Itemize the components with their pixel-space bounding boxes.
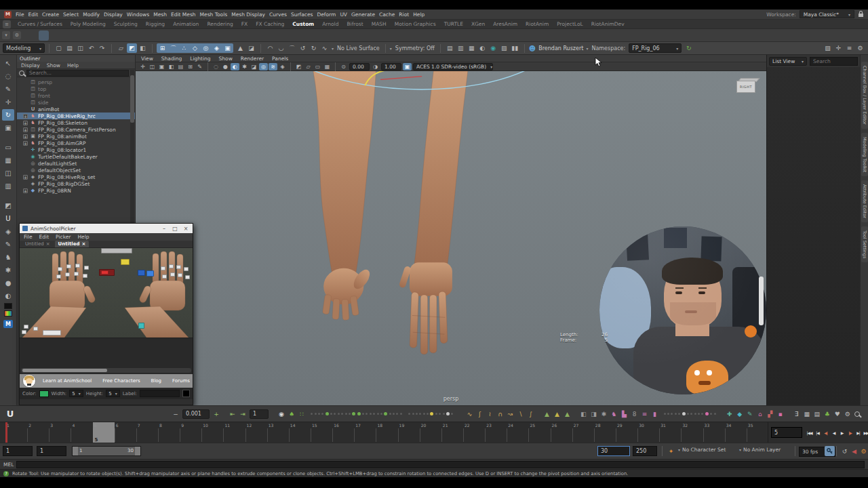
gamma-field[interactable]: 1.00 — [381, 63, 401, 70]
shelf-tab-aresanim[interactable]: AresAnim — [489, 21, 521, 27]
image-plane-icon[interactable]: ▤ — [176, 63, 185, 70]
picker-select-button[interactable] — [162, 274, 167, 279]
new-scene-icon[interactable]: ▢ — [54, 43, 64, 53]
animbot-heart-icon[interactable]: ♥ — [833, 409, 842, 419]
current-frame-indicator[interactable]: 5 — [93, 422, 115, 443]
layout-outliner-persp-icon[interactable]: ▥ — [2, 180, 14, 192]
field-chart-icon[interactable]: ▱ — [304, 63, 313, 70]
shelf-tab-mash[interactable]: MASH — [368, 21, 391, 27]
loop-fwd-icon[interactable]: ↻ — [309, 43, 319, 53]
picker-yellow-button[interactable] — [121, 259, 130, 265]
shelf-tab-projectlol[interactable]: ProjectLoL — [553, 21, 587, 27]
close-button[interactable]: × — [182, 226, 190, 232]
picker-select-button[interactable] — [184, 267, 189, 271]
refresh-icon[interactable]: ↻ — [684, 43, 694, 53]
step-forward-frame-button[interactable]: ▶| — [854, 427, 862, 438]
workspace-dropdown[interactable]: Maya Classic*▾ — [800, 10, 854, 18]
animbot-logo[interactable]: U — [4, 409, 16, 419]
picker-menu-picker[interactable]: Picker — [56, 234, 71, 240]
anim-tool-icon[interactable]: ≡ — [640, 409, 650, 419]
command-line-label[interactable]: MEL — [3, 462, 14, 468]
picker-label-input[interactable] — [140, 390, 180, 397]
viewport-menu-panels[interactable]: Panels — [272, 56, 288, 62]
half-icon[interactable]: ◐ — [2, 290, 14, 302]
shelf-tab-fx-caching[interactable]: FX Caching — [252, 21, 288, 27]
exposure-icon[interactable]: ⊙ — [339, 63, 348, 70]
snap-view-plane-icon[interactable]: ◎ — [201, 43, 211, 53]
menu-generate[interactable]: Generate — [349, 12, 377, 18]
lock-icon[interactable] — [858, 11, 864, 18]
menu-mesh-display[interactable]: Mesh Display — [229, 12, 267, 18]
shelf-tab-custom[interactable]: Custom — [288, 21, 318, 27]
layout-four-pane-icon[interactable]: ▦ — [2, 155, 14, 166]
snap-center-icon[interactable]: ◇ — [190, 43, 200, 53]
textured-icon[interactable]: ◐ — [231, 63, 239, 70]
outliner-item[interactable]: ◎defaultLightSet — [17, 160, 135, 167]
picker-red-bright-button[interactable] — [101, 270, 108, 274]
sidebar-tab-tool-settings[interactable]: Tool Settings — [861, 226, 868, 262]
tween-curve-icon-2[interactable]: ʃ — [475, 409, 485, 419]
expand-icon[interactable]: + — [23, 134, 28, 139]
prev-key-icon[interactable]: ⇤ — [228, 409, 237, 419]
shelf-tab-rendering[interactable]: Rendering — [203, 21, 237, 27]
tween-curve-icon-1[interactable]: ∿ — [465, 409, 475, 419]
step-forward-key-button[interactable]: |▶ — [846, 427, 854, 438]
play-start-field[interactable]: 1 — [37, 446, 66, 456]
picker-select-button[interactable] — [66, 264, 71, 268]
power-icon[interactable]: ◉ — [277, 409, 286, 419]
shelf-tab-motion-graphics[interactable]: Motion Graphics — [391, 21, 440, 27]
outliner-item[interactable]: ◎defaultObjectSet — [17, 167, 135, 174]
picker-select-button[interactable] — [84, 266, 89, 270]
shelf-tab-turtle[interactable]: TURTLE — [440, 21, 467, 27]
shelf-tab-xgen[interactable]: XGen — [467, 21, 489, 27]
menu-display[interactable]: Display — [102, 12, 125, 18]
picker-hscrollbar[interactable] — [21, 368, 191, 373]
snap-grid-icon[interactable]: ⊞ — [157, 43, 167, 53]
outliner-item[interactable]: UanimBot — [17, 106, 135, 113]
color-tool-icon[interactable]: ▪ — [776, 409, 785, 419]
snap-surface-icon[interactable]: ◈ — [212, 43, 222, 53]
shelf-tab-animation[interactable]: Animation — [169, 21, 203, 27]
maya-app-icon[interactable]: M — [4, 11, 12, 18]
colorspace-toggle-icon[interactable]: ▣ — [403, 63, 412, 70]
lights-icon[interactable]: ✱ — [240, 63, 249, 70]
animbot-tool-icon[interactable]: U — [2, 213, 14, 224]
sidebar-channel-icon[interactable]: ≡ — [844, 43, 854, 53]
picker-link-forums[interactable]: Forums — [167, 377, 195, 385]
range-slider[interactable]: 1 30 — [72, 446, 141, 456]
playback-loop-icon[interactable]: ↺ — [840, 446, 850, 456]
viewport-menu-view[interactable]: View — [141, 56, 153, 62]
color-tool-icon[interactable]: ✚ — [725, 409, 734, 419]
picker-tab[interactable]: Untitled× — [55, 241, 90, 247]
outliner-item[interactable]: ◫side — [17, 99, 135, 106]
resolution-gate-icon[interactable]: ▭ — [313, 63, 322, 70]
shelf-tab-sculpting[interactable]: Sculpting — [110, 21, 142, 27]
picker-select-button[interactable] — [185, 275, 190, 279]
grid-icon[interactable]: ∷ — [297, 409, 307, 419]
tween-curve-icon-3[interactable]: ≀ — [486, 409, 495, 419]
snap-point-icon[interactable]: ∴ — [179, 43, 189, 53]
arc-icon[interactable]: ⌒ — [287, 43, 297, 53]
picker-label-button[interactable] — [43, 330, 61, 336]
picker-select-button[interactable] — [22, 330, 26, 334]
sidebar-gear-icon[interactable]: ⚙ — [855, 43, 865, 53]
shelf-tab-rigging[interactable]: Rigging — [142, 21, 169, 27]
viewport-menu-renderer[interactable]: Renderer — [241, 56, 264, 62]
curve-icon[interactable]: ◡ — [276, 43, 286, 53]
play-end-field[interactable]: 30 — [597, 446, 630, 456]
right-panel-search-input[interactable] — [810, 57, 858, 66]
shelf-menu-icon[interactable]: ≡ — [3, 20, 11, 28]
pose-icon[interactable]: ♞ — [2, 251, 14, 263]
menu-edit[interactable]: Edit — [26, 12, 41, 18]
display-layers-icon[interactable]: ◐ — [477, 43, 488, 53]
increment-button[interactable]: + — [212, 409, 221, 419]
select-tool-icon[interactable]: ↖ — [2, 58, 14, 69]
list-view-dropdown[interactable]: List View▾ — [769, 57, 807, 66]
sphere-icon[interactable]: ● — [2, 277, 14, 289]
outliner-item[interactable]: +◈FP_Rig_08:HiveRig_set — [17, 174, 135, 180]
render-settings-icon[interactable]: ▦ — [467, 43, 477, 53]
sidebar-attr-icon[interactable]: ▧ — [823, 43, 833, 53]
redo-icon[interactable]: ↷ — [97, 43, 107, 53]
shelf-tab-fx[interactable]: FX — [237, 21, 252, 27]
menu-file[interactable]: File — [14, 12, 26, 18]
